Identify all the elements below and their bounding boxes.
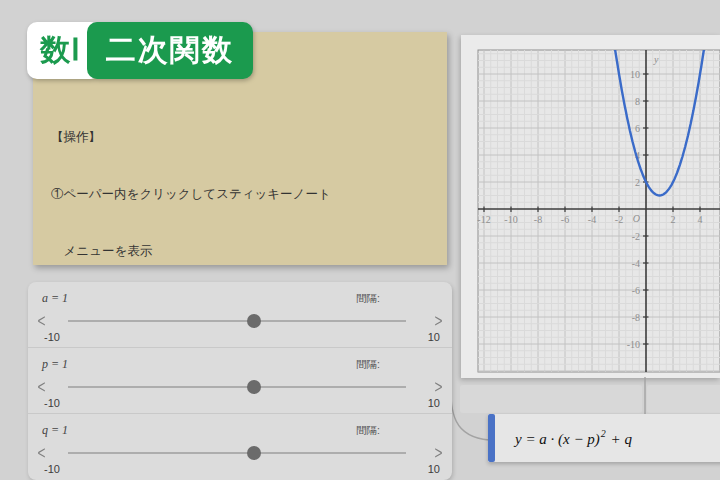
background-card [460,385,642,413]
svg-text:-10: -10 [504,214,517,225]
formula-card[interactable]: y = a · (x − p)2 + q [488,414,720,462]
svg-text:-12: -12 [477,214,490,225]
slider-interval-label: 間隔: [356,292,380,306]
svg-text:4: 4 [698,214,703,225]
background-card [647,385,720,413]
svg-text:10: 10 [630,69,640,80]
slider-row: q = 1 間隔: < > -10 10 [28,413,452,479]
sticky-note-line: メニューを表示 [51,242,348,261]
svg-text:-4: -4 [588,214,596,225]
slider-value-label: a = 1 [42,291,68,306]
formula-base: y = a · (x − p) [515,431,600,447]
slider-decrement-button[interactable]: < [38,377,46,397]
svg-text:-6: -6 [561,214,569,225]
subject-badge-topic-label: 二次関数 [106,30,234,71]
formula-expression: y = a · (x − p)2 + q [515,429,632,448]
slider-max-label: 10 [428,463,440,475]
slider-decrement-button[interactable]: < [38,443,46,463]
svg-text:2: 2 [635,177,640,188]
slider-panel: a = 1 間隔: < > -10 10 p = 1 間隔: < > -1 [28,282,452,480]
svg-text:2: 2 [671,214,676,225]
svg-text:6: 6 [635,123,640,134]
svg-text:-8: -8 [632,312,640,323]
svg-text:-4: -4 [632,258,640,269]
slider-row: p = 1 間隔: < > -10 10 [28,347,452,413]
slider-min-label: -10 [44,463,60,475]
slider-value-label: p = 1 [42,357,68,372]
slider-track[interactable] [68,386,406,388]
slider-max-label: 10 [428,331,440,343]
slider-max-label: 10 [428,397,440,409]
sticky-note-line: 【操作】 [51,128,348,147]
desktop: { "badge": { "subject": "数Ⅰ", "topic": "… [0,0,720,480]
slider-interval-label: 間隔: [356,358,380,372]
slider-min-label: -10 [44,397,60,409]
svg-text:-10: -10 [627,339,640,350]
slider-value-label: q = 1 [42,423,68,438]
slider-min-label: -10 [44,331,60,343]
slider-increment-button[interactable]: > [434,311,442,331]
slider-increment-button[interactable]: > [434,443,442,463]
svg-text:-2: -2 [632,231,640,242]
slider-decrement-button[interactable]: < [38,311,46,331]
slider-handle[interactable] [247,314,261,328]
graph-paper[interactable]: -12-10-8-6-4-224108642-2-4-6-8-10yO [461,35,720,378]
subject-badge-course-label: 数Ⅰ [40,30,81,71]
formula-accent-bar [488,414,495,462]
slider-track[interactable] [68,320,406,322]
slider-track[interactable] [68,452,406,454]
svg-text:-2: -2 [615,214,623,225]
slider-interval-label: 間隔: [356,424,380,438]
slider-row: a = 1 間隔: < > -10 10 [28,282,452,347]
svg-text:8: 8 [635,96,640,107]
svg-text:-8: -8 [534,214,542,225]
subject-badge: 数Ⅰ 二次関数 [27,22,253,79]
svg-text:y: y [653,54,659,65]
formula-exponent: 2 [601,428,606,439]
slider-increment-button[interactable]: > [434,377,442,397]
slider-handle[interactable] [247,380,261,394]
sticky-note-line: ①ペーパー内をクリックしてスティッキーノート [51,185,348,204]
formula-tail: + q [607,431,632,447]
svg-text:O: O [633,213,640,224]
slider-handle[interactable] [247,446,261,460]
svg-text:-6: -6 [632,285,640,296]
graph-svg: -12-10-8-6-4-224108642-2-4-6-8-10yO [461,35,720,378]
subject-badge-topic: 二次関数 [87,22,253,79]
